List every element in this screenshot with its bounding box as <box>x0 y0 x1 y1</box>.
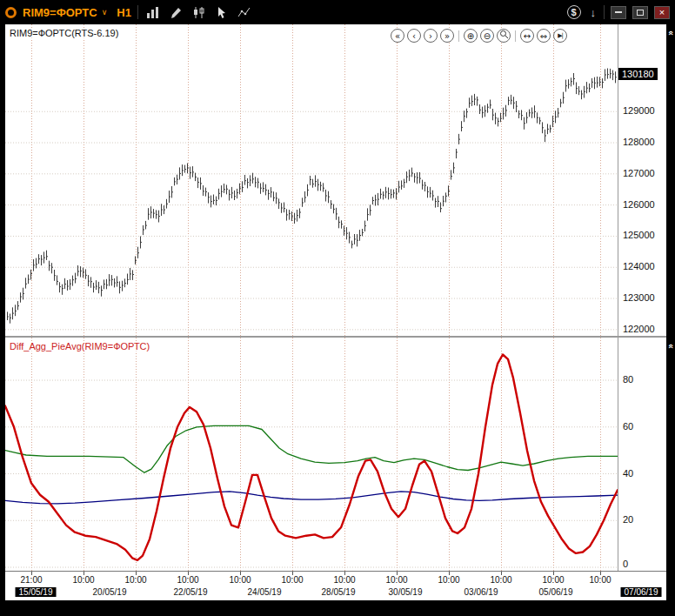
minimize-icon <box>615 11 622 13</box>
candles-icon <box>192 6 206 19</box>
time-label: 10:00 <box>542 575 564 585</box>
compress-scale-button[interactable]: ↔ <box>520 29 534 43</box>
price-tick-label: 124000 <box>623 261 655 271</box>
chart-type-button[interactable] <box>190 5 208 20</box>
magnifier-icon <box>499 30 509 39</box>
date-label: 24/05/19 <box>248 587 282 597</box>
dollar-icon: $ <box>567 5 581 19</box>
price-plot[interactable] <box>5 24 618 336</box>
indicator-tick-label: 60 <box>623 421 633 432</box>
date-badge: 07/06/19 <box>621 587 662 597</box>
window-toolbar: RIM9=ФОРТС ∨ H1 $ ↓ <box>0 0 675 24</box>
time-label: 10:00 <box>490 575 511 585</box>
toolbar-right: $ ↓ × <box>565 4 671 20</box>
instrument-title[interactable]: RIM9=ФОРТС <box>23 6 97 19</box>
last-price-badge: 130180 <box>618 68 658 80</box>
price-tick-label: 129000 <box>623 105 655 116</box>
time-label: 10:00 <box>229 575 251 585</box>
right-strip: « « <box>666 24 675 600</box>
collapse-price-pane-button[interactable]: « <box>665 29 675 37</box>
time-label: 10:00 <box>124 575 146 585</box>
time-axis: 21:0010:0010:0010:0010:0010:0010:0010:00… <box>5 571 666 600</box>
indicator-plot[interactable] <box>5 338 618 571</box>
indicator-pane: Diff_Agg_PieAvg(RIM9=ФОРТС) <box>5 338 618 571</box>
time-label: 10:00 <box>177 575 198 585</box>
scroll-to-end-button[interactable]: ▶| <box>553 29 567 43</box>
maximize-button[interactable] <box>632 6 648 19</box>
scroll-fast-right-button[interactable]: » <box>440 29 454 43</box>
price-tick-label: 122000 <box>623 324 655 334</box>
scroll-left-button[interactable]: ‹ <box>407 29 421 43</box>
zoom-out-button[interactable]: ⊖ <box>480 29 494 43</box>
arrow-down-icon: ↓ <box>591 6 597 19</box>
date-label: 05/06/19 <box>539 587 573 597</box>
scroll-right-button[interactable]: › <box>424 29 438 43</box>
expand-scale-button[interactable]: ⇔ <box>537 29 551 43</box>
price-axis: 1290001280001270001260001250001240001230… <box>618 24 666 571</box>
date-label: 03/06/19 <box>464 587 498 597</box>
price-tick-label: 125000 <box>623 230 655 240</box>
price-pane: RIM9=ФОРТС(RTS-6.19) « ‹ › » ⊕ ⊖ ↔ ⇔ ▶| <box>5 24 618 336</box>
indicator-tick-label: 40 <box>623 468 633 479</box>
timeframe-label[interactable]: H1 <box>117 6 131 19</box>
maximize-icon <box>637 10 644 16</box>
time-label: 10:00 <box>438 575 459 585</box>
bottom-strip <box>0 600 675 616</box>
price-tick-label: 128000 <box>623 137 655 147</box>
time-label: 21:00 <box>20 575 42 585</box>
time-label: 10:00 <box>385 575 407 585</box>
indicator-icon <box>237 6 251 18</box>
histogram-tool-button[interactable] <box>144 5 162 19</box>
close-button[interactable]: × <box>654 6 670 19</box>
zoom-box-button[interactable] <box>497 29 511 43</box>
date-label: 28/05/19 <box>322 587 356 597</box>
price-tick-label: 127000 <box>623 168 655 178</box>
indicator-tick-label: 0 <box>623 559 628 569</box>
cursor-icon <box>216 6 228 19</box>
chart-nav-toolbar: « ‹ › » ⊕ ⊖ ↔ ⇔ ▶| <box>391 29 567 43</box>
date-badge: 15/05/19 <box>16 587 57 597</box>
indicator-tool-button[interactable] <box>236 5 253 19</box>
dock-down-button[interactable]: ↓ <box>589 5 598 20</box>
nav-separator <box>458 30 459 42</box>
chart-area: RIM9=ФОРТС(RTS-6.19) « ‹ › » ⊕ ⊖ ↔ ⇔ ▶| <box>5 24 666 600</box>
scroll-fast-left-button[interactable]: « <box>391 29 404 43</box>
price-tick-label: 123000 <box>623 292 655 303</box>
volume-histogram-icon <box>146 6 160 18</box>
zoom-in-button[interactable]: ⊕ <box>464 29 478 43</box>
time-label: 10:00 <box>72 575 94 585</box>
toolbar-separator <box>137 5 138 19</box>
date-label: 30/05/19 <box>389 587 423 597</box>
cursor-tool-button[interactable] <box>214 5 230 20</box>
date-label: 22/05/19 <box>174 587 208 597</box>
price-pane-title: RIM9=ФОРТС(RTS-6.19) <box>10 28 118 38</box>
instrument-dropdown-icon[interactable]: ∨ <box>102 8 108 17</box>
money-button[interactable]: $ <box>565 4 583 20</box>
indicator-pane-title: Diff_Agg_PieAvg(RIM9=ФОРТС) <box>10 341 150 352</box>
price-tick-label: 126000 <box>623 199 655 210</box>
minimize-button[interactable] <box>611 6 626 19</box>
toolbar-separator <box>604 5 605 19</box>
nav-separator <box>515 30 516 42</box>
toolbar-left: RIM9=ФОРТС ∨ H1 <box>5 5 253 20</box>
time-label: 10:00 <box>281 575 303 585</box>
draw-tool-button[interactable] <box>168 5 184 20</box>
app-logo-icon <box>5 7 17 18</box>
date-label: 20/05/19 <box>93 587 127 597</box>
collapse-indicator-pane-button[interactable]: « <box>665 342 675 351</box>
time-label: 10:00 <box>589 575 611 585</box>
pencil-icon <box>170 6 183 19</box>
time-label: 10:00 <box>333 575 355 585</box>
indicator-tick-label: 20 <box>623 514 633 525</box>
chart-window: RIM9=ФОРТС ∨ H1 $ ↓ <box>0 0 675 616</box>
indicator-tick-label: 80 <box>623 374 633 385</box>
